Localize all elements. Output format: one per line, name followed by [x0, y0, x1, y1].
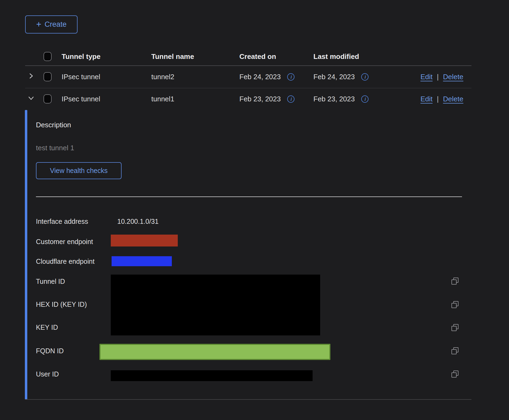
expand-row-button[interactable] [25, 72, 37, 82]
tunnel-id-label: Tunnel ID [36, 278, 65, 285]
select-all-checkbox[interactable] [43, 52, 52, 61]
copy-hex-id-button[interactable] [451, 300, 459, 309]
copy-key-id-button[interactable] [451, 323, 459, 332]
column-header-last-modified: Last modified [313, 52, 407, 61]
interface-address-value: 10.200.1.0/31 [117, 218, 159, 225]
key-id-label: KEY ID [36, 324, 58, 331]
user-id-label: User ID [36, 370, 59, 378]
copy-icon [451, 352, 459, 356]
copy-icon [451, 306, 459, 310]
tunnels-page: + Create Tunnel type Tunnel name Created… [0, 0, 509, 420]
column-header-created-on: Created on [239, 52, 313, 61]
customer-endpoint-label: Customer endpoint [36, 238, 93, 246]
delete-link[interactable]: Delete [443, 73, 463, 81]
view-health-checks-button[interactable]: View health checks [36, 162, 122, 179]
table-row: IPsec tunnel tunnel1 Feb 23, 2023 i Feb … [25, 88, 471, 110]
customer-endpoint-redacted-value [111, 235, 178, 246]
tunnel-name-cell: tunnel1 [151, 95, 239, 103]
actions-separator: | [437, 95, 439, 103]
user-id-redacted-value [111, 370, 313, 381]
tunnel-type-cell: IPsec tunnel [62, 95, 151, 103]
chevron-right-icon [27, 72, 35, 82]
copy-icon [451, 375, 459, 379]
chevron-down-icon [27, 94, 35, 104]
hex-id-label: HEX ID (KEY ID) [36, 301, 87, 308]
expanded-tunnel-panel: Description test tunnel 1 View health ch… [25, 110, 473, 399]
created-on-cell: Feb 24, 2023 [239, 73, 281, 81]
copy-tunnel-id-button[interactable] [451, 277, 459, 285]
cloudflare-endpoint-label: Cloudflare endpoint [36, 258, 95, 265]
table-header-row: Tunnel type Tunnel name Created on Last … [25, 47, 471, 66]
select-row-checkbox[interactable] [43, 72, 52, 81]
created-on-cell: Feb 23, 2023 [239, 95, 281, 103]
description-value: test tunnel 1 [36, 144, 74, 152]
fqdn-id-redacted-value [99, 344, 330, 360]
info-icon[interactable]: i [361, 95, 369, 103]
copy-user-id-button[interactable] [451, 370, 459, 378]
select-row-checkbox[interactable] [43, 94, 52, 104]
table-row: IPsec tunnel tunnel2 Feb 24, 2023 i Feb … [25, 66, 471, 88]
ids-redacted-value [111, 275, 320, 335]
create-button-label: Create [45, 20, 66, 29]
last-modified-cell: Feb 23, 2023 [313, 95, 355, 103]
cloudflare-endpoint-redacted-value [112, 256, 172, 266]
copy-icon [451, 282, 459, 286]
copy-fqdn-id-button[interactable] [451, 346, 459, 355]
info-icon[interactable]: i [287, 95, 294, 103]
expanded-panel-accent-bar [25, 110, 27, 399]
column-header-tunnel-name: Tunnel name [151, 52, 239, 61]
interface-address-label: Interface address [36, 218, 88, 225]
tunnel-type-cell: IPsec tunnel [62, 73, 151, 81]
last-modified-cell: Feb 24, 2023 [313, 73, 355, 81]
table-bottom-divider [25, 399, 471, 400]
collapse-row-button[interactable] [25, 94, 37, 104]
actions-separator: | [437, 73, 439, 81]
info-icon[interactable]: i [361, 73, 369, 81]
edit-link[interactable]: Edit [420, 95, 433, 103]
plus-icon: + [36, 20, 41, 29]
delete-link[interactable]: Delete [443, 95, 463, 103]
edit-link[interactable]: Edit [420, 73, 433, 81]
fqdn-id-label: FQDN ID [36, 347, 64, 355]
copy-icon [451, 329, 459, 333]
description-label: Description [36, 121, 71, 129]
create-button[interactable]: + Create [25, 15, 78, 34]
column-header-tunnel-type: Tunnel type [62, 52, 151, 61]
info-icon[interactable]: i [287, 73, 294, 81]
panel-divider [36, 196, 462, 197]
tunnel-name-cell: tunnel2 [151, 73, 239, 81]
